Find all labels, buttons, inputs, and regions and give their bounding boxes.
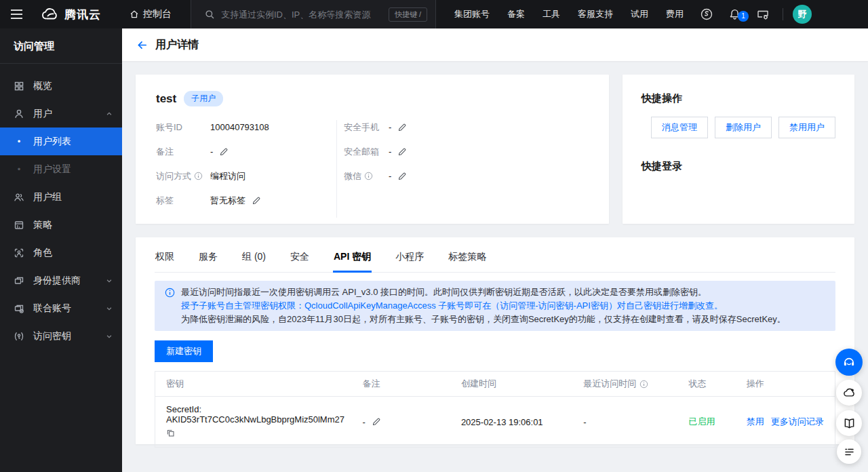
cloud-logo-icon: [41, 7, 58, 21]
info-icon[interactable]: [364, 172, 373, 180]
info-icon[interactable]: [639, 380, 648, 389]
menu-icp-filing[interactable]: 备案: [498, 0, 534, 28]
identity-provider-icon: [14, 275, 24, 286]
sidebar-item-label: 策略: [33, 219, 52, 231]
chevron-down-icon: [106, 305, 113, 312]
menu-tools[interactable]: 工具: [534, 0, 569, 28]
search-icon: [205, 9, 215, 20]
edit-wechat-icon[interactable]: [397, 172, 407, 181]
api-key-table: 密钥 备注 创建时间 最近访问时间 状态 操作 SecretId: AKID53…: [155, 371, 835, 448]
global-search[interactable]: 快捷键 /: [191, 0, 436, 28]
hamburger-menu-icon[interactable]: [0, 0, 33, 28]
help-center-button[interactable]: [692, 7, 721, 21]
edit-phone-icon[interactable]: [397, 123, 407, 132]
message-manage-button[interactable]: 消息管理: [651, 117, 708, 138]
tab-tag-policy[interactable]: 标签策略: [448, 248, 487, 272]
cloud-updates-fab[interactable]: [836, 380, 862, 406]
info-icon: [165, 288, 175, 298]
sidebar-item-label: 联合账号: [33, 302, 71, 315]
key-note-value: -: [363, 417, 366, 427]
sidebar-item-user-group[interactable]: 用户组: [0, 183, 122, 211]
menu-trial[interactable]: 试用: [622, 0, 657, 28]
access-key-icon: [14, 331, 24, 342]
detail-tabs: 权限 服务 组 (0) 安全 API 密钥 小程序 标签策略: [155, 248, 835, 273]
cloud-bell-icon: [842, 386, 856, 400]
col-header-key: 密钥: [155, 378, 363, 390]
chevron-down-icon: [106, 333, 113, 340]
account-id-value: 100040793108: [210, 122, 269, 132]
sidebar-item-identity-provider[interactable]: 身份提供商: [0, 267, 122, 294]
field-wechat: 微信 -: [344, 169, 589, 183]
bullet-icon: •: [14, 164, 24, 174]
sidebar-item-label: 用户设置: [33, 163, 71, 176]
delete-user-button[interactable]: 删除用户: [715, 117, 772, 138]
edit-tags-icon[interactable]: [252, 196, 261, 205]
sidebar-item-overview[interactable]: 概览: [0, 72, 122, 100]
feedback-list-fab[interactable]: [837, 439, 861, 464]
col-header-note: 备注: [363, 378, 461, 390]
console-nav[interactable]: 控制台: [130, 8, 172, 20]
field-label: 账号ID: [156, 121, 210, 134]
documentation-fab[interactable]: [836, 410, 862, 436]
col-header-status: 状态: [689, 378, 747, 390]
info-icon[interactable]: [194, 172, 203, 180]
menu-billing[interactable]: 费用: [657, 0, 692, 28]
table-header-row: 密钥 备注 创建时间 最近访问时间 状态 操作: [155, 372, 835, 397]
avatar[interactable]: 野: [793, 5, 812, 24]
list-icon: [843, 446, 856, 458]
shortcut-hint-badge: 快捷键 /: [389, 7, 427, 22]
tab-services[interactable]: 服务: [198, 248, 218, 272]
tab-groups[interactable]: 组 (0): [241, 248, 267, 272]
created-at-cell: 2025-02-13 19:06:01: [461, 417, 583, 427]
edit-key-note-icon[interactable]: [372, 417, 381, 427]
console-settings-button[interactable]: [749, 7, 777, 21]
headset-icon: [842, 355, 856, 370]
chevron-down-icon: [106, 277, 113, 284]
note-cell: -: [363, 417, 461, 427]
secret-id-value: SecretId: AKID53rTt7CC0c3kNwLbgBbprgMiz5…: [166, 404, 357, 425]
field-note: 备注 -: [156, 144, 330, 159]
alert-line-2-link[interactable]: 授予子账号自主管理密钥权限：QcloudCollApiKeyManageAcce…: [181, 299, 825, 313]
sidebar-title: 访问管理: [0, 28, 122, 64]
console-settings-icon: [756, 7, 770, 21]
sidebar-item-role[interactable]: 角色: [0, 239, 122, 267]
customer-service-fab[interactable]: [835, 349, 863, 376]
table-row: SecretId: AKID53rTt7CC0c3kNwLbgBbprgMiz5…: [155, 397, 835, 447]
sidebar-item-policy[interactable]: 策略: [0, 211, 122, 239]
disable-key-link[interactable]: 禁用: [747, 416, 764, 428]
topbar-menu: 集团账号 备案 工具 客服支持 试用 费用: [446, 0, 692, 28]
more-access-records-link[interactable]: 更多访问记录: [771, 416, 824, 428]
search-input[interactable]: [221, 9, 389, 20]
brand-name: 腾讯云: [64, 7, 101, 22]
copy-icon[interactable]: [166, 429, 175, 437]
field-label: 安全手机: [344, 121, 389, 134]
edit-note-icon[interactable]: [219, 147, 229, 157]
sidebar-item-label: 访问密钥: [33, 330, 71, 342]
create-key-button[interactable]: 新建密钥: [155, 340, 213, 362]
federated-account-icon: [14, 303, 24, 314]
col-header-actions: 操作: [747, 378, 835, 390]
tencent-cloud-logo[interactable]: 腾讯云: [41, 7, 101, 22]
phone-value: -: [389, 122, 391, 132]
back-button[interactable]: [136, 39, 148, 51]
sidebar-item-label: 用户组: [33, 191, 62, 203]
tab-api-keys[interactable]: API 密钥: [333, 248, 372, 272]
page-title: 用户详情: [155, 38, 199, 52]
sidebar-item-user-settings[interactable]: • 用户设置: [0, 155, 122, 183]
notifications-button[interactable]: 1: [721, 8, 749, 21]
col-header-last-access: 最近访问时间: [583, 378, 688, 390]
sidebar-item-federated-account[interactable]: 联合账号: [0, 294, 122, 322]
sidebar-item-access-key[interactable]: 访问密钥: [0, 322, 122, 350]
tab-mini-program[interactable]: 小程序: [395, 248, 425, 272]
sidebar-item-label: 角色: [33, 247, 52, 259]
tab-permissions[interactable]: 权限: [155, 248, 175, 272]
tab-security[interactable]: 安全: [290, 248, 310, 272]
menu-support[interactable]: 客服支持: [569, 0, 622, 28]
sidebar-item-user-list[interactable]: • 用户列表: [0, 127, 122, 155]
edit-email-icon[interactable]: [397, 147, 407, 157]
actions-cell: 禁用 更多访问记录: [747, 416, 835, 428]
disable-user-button[interactable]: 禁用用户: [778, 117, 835, 138]
sidebar-item-user[interactable]: 用户: [0, 100, 122, 127]
menu-group-account[interactable]: 集团账号: [446, 0, 498, 28]
alert-line-3: 为降低密钥泄漏的风险，自2023年11月30日起，对所有主账号、子账号的密钥，关…: [181, 313, 825, 326]
